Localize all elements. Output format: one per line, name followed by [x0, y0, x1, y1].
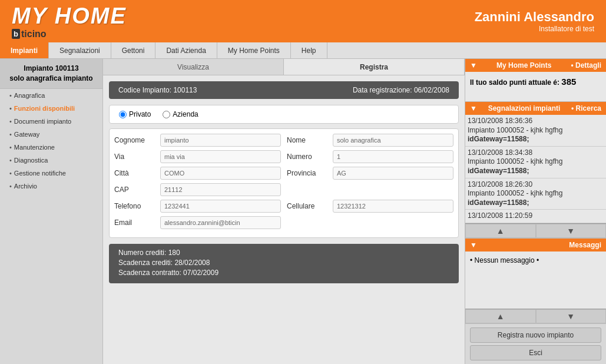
logo-area: MY HOME b ticino: [12, 4, 127, 39]
msg-scroll-up-btn[interactable]: ▲: [465, 309, 536, 323]
form-half-telefono: Telefono: [114, 200, 281, 213]
input-nome[interactable]: [333, 134, 453, 147]
input-cellulare[interactable]: [333, 200, 453, 213]
segnalazioni-content: 13/10/2008 18:36:36 Impianto 1000052 - k…: [465, 115, 606, 223]
main: Impianto 100113 solo anagrafica impianto…: [0, 59, 606, 364]
signal-date-4: 13/10/2008 11:20:59: [468, 211, 604, 221]
scroll-down-btn[interactable]: ▼: [536, 224, 607, 238]
sidebar-title: Impianto 100113 solo anagrafica impianto: [0, 59, 102, 89]
data-registrazione: Data registrazione: 06/02/2008: [353, 86, 449, 94]
form-grid: Cognome Nome Via Numero: [109, 128, 459, 238]
logo-ticino: ticino: [21, 29, 47, 39]
points-text: Il tuo saldo punti attuale é:: [470, 78, 561, 87]
form-area: Codice Impianto: 100113 Data registrazio…: [103, 75, 465, 289]
sidebar-item-diagnostica[interactable]: Diagnostica: [0, 154, 102, 167]
sub-tabs: VisualizzaRegistra: [103, 59, 465, 75]
content: VisualizzaRegistra Codice Impianto: 1001…: [103, 59, 465, 364]
points-section: ▼ My Home Points • Dettagli Il tuo saldo…: [465, 59, 606, 102]
sub-tab-registra[interactable]: Registra: [284, 59, 465, 75]
form-half-via: Via: [114, 150, 281, 163]
input-citta[interactable]: [160, 167, 281, 180]
sidebar: Impianto 100113 solo anagrafica impianto…: [0, 59, 103, 364]
input-cap[interactable]: [160, 183, 281, 196]
form-row-6: Email: [114, 216, 453, 229]
signal-item-1: 13/10/2008 18:36:36 Impianto 1000052 - k…: [465, 115, 606, 147]
points-header: ▼ My Home Points • Dettagli: [465, 59, 606, 72]
sidebar-item-funzioni-disponibili[interactable]: Funzioni disponibili: [0, 102, 102, 115]
points-detail-link[interactable]: • Dettagli: [571, 61, 601, 70]
msg-scroll-down-btn[interactable]: ▼: [536, 309, 607, 323]
registra-nuovo-btn[interactable]: Registra nuovo impianto: [470, 327, 601, 343]
form-half-email: Email: [114, 216, 281, 229]
points-value: 385: [561, 77, 576, 87]
sidebar-item-gateway[interactable]: Gateway: [0, 128, 102, 141]
input-numero[interactable]: [333, 150, 453, 163]
form-row-5: Telefono Cellulare: [114, 200, 453, 213]
signal-id-2: idGateway=11588;: [468, 167, 604, 176]
form-half-numero: Numero: [287, 150, 453, 163]
sidebar-item-documenti-impianto[interactable]: Documenti impianto: [0, 115, 102, 128]
signal-line1-3: Impianto 1000052 - kjhk hgfhg: [468, 189, 604, 198]
label-via: Via: [114, 153, 155, 161]
sidebar-item-gestione-notifiche[interactable]: Gestione notifiche: [0, 167, 102, 180]
signal-date-3: 13/10/2008 18:26:30: [468, 180, 604, 190]
form-row-2: Via Numero: [114, 150, 453, 163]
sub-tab-visualizza[interactable]: Visualizza: [103, 59, 284, 75]
triangle-icon-3: ▼: [470, 241, 477, 249]
signal-item-2: 13/10/2008 18:34:38 Impianto 1000052 - k…: [465, 147, 606, 178]
radio-azienda-input[interactable]: [163, 111, 170, 118]
nav: ImpiantiSegnalazioniGettoniDati AziendaM…: [0, 42, 606, 59]
nav-item-segnalazioni[interactable]: Segnalazioni: [49, 42, 111, 58]
sidebar-item-archivio[interactable]: Archivio: [0, 180, 102, 193]
input-via[interactable]: [160, 150, 281, 163]
messaggi-header: ▼ Messaggi: [465, 239, 606, 252]
radio-privato-input[interactable]: [119, 111, 127, 118]
radio-row: Privato Azienda: [109, 105, 459, 124]
radio-privato[interactable]: Privato: [119, 110, 151, 118]
sidebar-item-manutenzione[interactable]: Manutenzione: [0, 141, 102, 154]
signal-date-2: 13/10/2008 18:34:38: [468, 148, 604, 158]
sidebar-item-anagrafica[interactable]: Anagrafica: [0, 89, 102, 102]
form-half-nome: Nome: [287, 134, 453, 147]
segnalazioni-search-link[interactable]: • Ricerca: [571, 104, 601, 112]
sidebar-title-line1: Impianto 100113: [6, 64, 97, 74]
nav-item-my-home-points[interactable]: My Home Points: [217, 42, 291, 58]
scadenza-crediti: Scadenza crediti: 28/02/2008: [118, 259, 449, 267]
form-half-cognome: Cognome: [114, 134, 281, 147]
messaggi-scroll: ▲ ▼: [465, 309, 606, 323]
nav-item-gettoni[interactable]: Gettoni: [111, 42, 156, 58]
radio-azienda[interactable]: Azienda: [163, 110, 198, 118]
sidebar-title-line2: solo anagrafica impianto: [6, 74, 97, 84]
label-telefono: Telefono: [114, 202, 155, 210]
nav-item-dati-azienda[interactable]: Dati Azienda: [155, 42, 217, 58]
nav-item-impianti[interactable]: Impianti: [0, 42, 49, 58]
logo-sub: b ticino: [12, 29, 127, 39]
radio-privato-label: Privato: [129, 110, 151, 118]
form-row-1: Cognome Nome: [114, 134, 453, 147]
input-cognome[interactable]: [160, 134, 281, 147]
nav-item-help[interactable]: Help: [291, 42, 327, 58]
label-email: Email: [114, 219, 155, 227]
signal-item-4: 13/10/2008 11:20:59: [465, 210, 606, 223]
bottom-buttons: Registra nuovo impianto Esci: [465, 324, 606, 364]
logo-text: MY HOME: [12, 4, 127, 29]
form-half-citta: Città: [114, 167, 281, 180]
triangle-icon: ▼: [470, 61, 477, 70]
form-half-provincia: Provincia: [287, 167, 453, 180]
user-name: Zannini Alessandro: [475, 9, 594, 25]
input-telefono[interactable]: [160, 200, 281, 213]
input-email[interactable]: [160, 216, 281, 229]
esci-btn[interactable]: Esci: [470, 345, 601, 360]
label-cellulare: Cellulare: [287, 202, 328, 210]
label-cap: CAP: [114, 186, 155, 194]
form-row-4: CAP: [114, 183, 453, 196]
radio-azienda-label: Azienda: [173, 110, 198, 118]
signal-line1-1: Impianto 1000052 - kjhk hgfhg: [468, 126, 604, 135]
messaggi-section: ▼ Messaggi • Nessun messaggio • ▲ ▼: [465, 239, 606, 324]
signal-item-3: 13/10/2008 18:26:30 Impianto 1000052 - k…: [465, 178, 606, 210]
scroll-up-btn[interactable]: ▲: [465, 224, 536, 238]
label-cognome: Cognome: [114, 136, 155, 144]
signal-id-3: idGateway=11588;: [468, 198, 604, 208]
label-provincia: Provincia: [287, 169, 328, 177]
input-provincia[interactable]: [333, 167, 453, 180]
